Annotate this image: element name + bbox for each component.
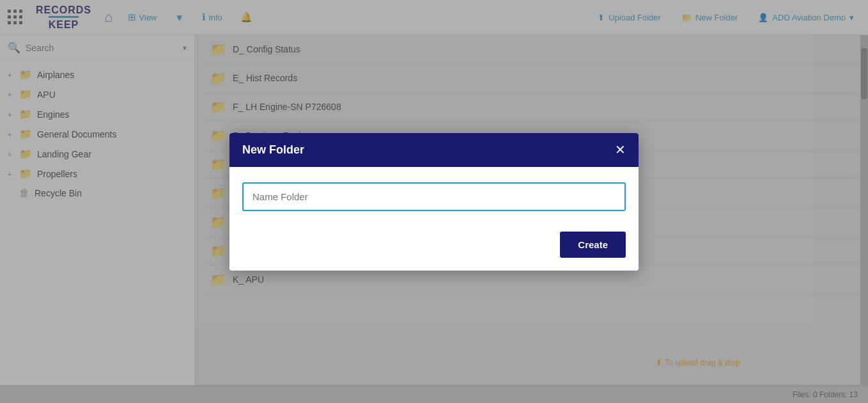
- modal-header: New Folder ✕: [229, 133, 639, 167]
- modal-title: New Folder: [242, 143, 304, 157]
- modal-overlay: New Folder ✕ Create: [0, 0, 868, 403]
- modal-footer: Create: [229, 224, 639, 271]
- modal-body: [229, 167, 639, 224]
- new-folder-modal: New Folder ✕ Create: [229, 133, 639, 271]
- modal-close-button[interactable]: ✕: [615, 143, 626, 156]
- folder-name-input[interactable]: [242, 182, 626, 211]
- create-button[interactable]: Create: [560, 232, 626, 258]
